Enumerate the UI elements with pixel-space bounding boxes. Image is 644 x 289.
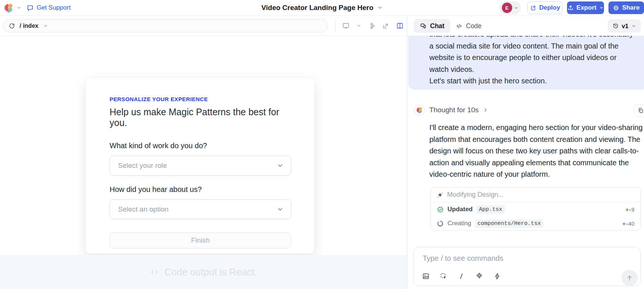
user-message: that lets creators upload and share thei… [408, 36, 644, 90]
magic-patterns-logo-icon [4, 3, 13, 13]
watermark-text: Code output is React. [164, 266, 257, 278]
export-label: Export [577, 4, 597, 11]
external-link-icon [530, 5, 536, 11]
device-preview-button[interactable] [342, 22, 350, 30]
get-support-link[interactable]: Get Support [27, 0, 71, 16]
select-element-icon[interactable] [440, 272, 447, 280]
tab-chat-label: Chat [430, 22, 445, 30]
chevron-down-icon [277, 162, 284, 169]
task-row: Creating components/Hero.tsx + - 40 [431, 216, 640, 230]
deploy-button[interactable]: Deploy [527, 1, 563, 14]
refresh-icon[interactable] [9, 23, 15, 29]
referral-question-label: How did you hear about us? [110, 185, 291, 194]
chevron-down-icon[interactable] [356, 23, 361, 28]
task-card-header: Modifying Design... [431, 187, 640, 202]
diff-plus: + [625, 206, 629, 213]
page-title: Video Creator Landing Page Hero [261, 4, 373, 12]
task-action: Updated [447, 206, 473, 213]
chat-scroll-area[interactable]: that lets creators upload and share thei… [407, 36, 644, 289]
toolbar-divider [335, 20, 335, 31]
upload-icon [567, 5, 574, 11]
thought-toggle[interactable]: Thought for 10s [414, 104, 488, 116]
check-circle-icon [437, 206, 444, 213]
diff-minus: - [626, 220, 628, 227]
component-tree-icon[interactable] [368, 22, 375, 30]
chevron-right-icon [483, 107, 488, 113]
open-in-new-window-icon[interactable] [382, 22, 389, 30]
workspace-menu[interactable] [4, 3, 21, 13]
chevron-down-icon [16, 5, 21, 10]
attach-image-icon[interactable] [422, 272, 430, 280]
referral-select-placeholder: Select an option [118, 205, 168, 213]
role-select[interactable]: Select your role [110, 156, 291, 176]
topbar: Get Support Video Creator Landing Page H… [0, 0, 644, 16]
chat-toolbar: Chat Code v1 [407, 16, 644, 36]
finish-button[interactable]: Finish [110, 232, 291, 249]
thought-label: Thought for 10s [429, 106, 479, 114]
lightning-icon[interactable] [493, 272, 501, 280]
role-select-placeholder: Select your role [118, 162, 167, 170]
composer-toolbar [422, 272, 501, 280]
diff-count: 40 [628, 220, 634, 227]
task-file: App.tsx [476, 205, 505, 214]
diff-count: 9 [631, 206, 634, 213]
user-message-text-2: Let's start with just the hero section. [429, 75, 637, 87]
version-label: v1 [622, 23, 628, 30]
role-question-label: What kind of work do you do? [110, 142, 291, 150]
spinner-icon [437, 220, 444, 227]
modal-eyebrow: PERSONALIZE YOUR EXPERIENCE [110, 96, 291, 102]
route-path: / index [20, 23, 38, 29]
chat-input[interactable] [423, 252, 630, 264]
code-output-watermark: Code output is React. [0, 255, 407, 289]
diff-minus: - [629, 206, 631, 213]
history-icon [612, 23, 619, 29]
app-root: Get Support Video Creator Landing Page H… [0, 0, 644, 289]
task-file: components/Hero.tsx [475, 219, 543, 228]
user-message-text: that lets creators upload and share thei… [429, 36, 637, 75]
tab-chat[interactable]: Chat [414, 19, 450, 33]
chevron-down-icon [514, 6, 519, 10]
assistant-message: I'll create a modern, engaging hero sect… [429, 122, 643, 180]
modal-heading: Help us make Magic Patterns the best for… [110, 107, 291, 128]
patterns-icon[interactable] [475, 272, 483, 280]
preview-toolbar: / index [0, 16, 407, 36]
project-title-menu[interactable]: Video Creator Landing Page Hero [261, 4, 383, 12]
composer [413, 247, 641, 286]
sparkle-icon [437, 192, 443, 198]
export-button[interactable]: Export [567, 1, 604, 14]
split-view-icon[interactable] [396, 22, 404, 30]
chat-panel: Chat Code v1 that lets creators upl [407, 16, 644, 289]
chevron-down-icon [277, 206, 284, 213]
chevron-down-icon [43, 23, 48, 29]
version-selector[interactable]: v1 [608, 19, 641, 33]
support-chat-bubble-icon [27, 4, 34, 11]
copy-message-button[interactable] [634, 104, 644, 117]
globe-icon [613, 5, 619, 11]
account-menu[interactable]: E [499, 1, 521, 14]
share-button[interactable]: Share [608, 1, 644, 14]
copy-icon [637, 107, 644, 114]
referral-select[interactable]: Select an option [110, 199, 291, 219]
task-card-title: Modifying Design... [447, 191, 504, 199]
share-label: Share [622, 4, 640, 11]
task-row: Updated App.tsx + - 9 [431, 202, 640, 216]
task-action: Creating [447, 220, 471, 227]
diff-stats: + - 9 [625, 206, 634, 213]
code-icon [456, 23, 463, 30]
tab-code[interactable]: Code [452, 19, 485, 33]
slash-command-icon[interactable] [457, 272, 465, 280]
route-selector[interactable]: / index [3, 19, 328, 33]
get-support-label: Get Support [37, 4, 71, 11]
chevron-down-icon [599, 6, 604, 10]
personalize-modal: PERSONALIZE YOUR EXPERIENCE Help us make… [85, 77, 315, 254]
deploy-label: Deploy [539, 4, 560, 11]
chevron-down-icon [377, 5, 383, 10]
avatar: E [502, 3, 512, 13]
preview-panel: / index [0, 16, 407, 289]
chat-bubbles-icon [420, 23, 427, 30]
finish-label: Finish [191, 236, 210, 245]
assistant-avatar [414, 104, 425, 116]
diff-stats: + - 40 [623, 220, 634, 227]
diff-plus: + [623, 220, 626, 227]
send-button[interactable] [621, 270, 638, 286]
